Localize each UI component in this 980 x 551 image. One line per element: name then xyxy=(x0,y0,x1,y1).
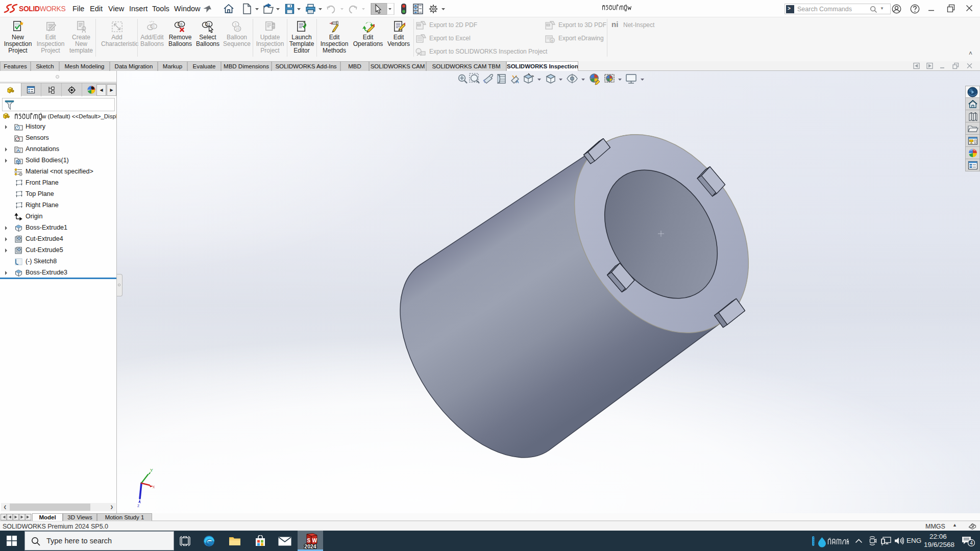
svg-text:W: W xyxy=(312,538,317,543)
svg-text:A: A xyxy=(516,79,519,84)
svg-text:x: x xyxy=(153,484,155,489)
svg-text:111: 111 xyxy=(177,22,183,27)
svg-text:e: e xyxy=(551,39,553,42)
svg-text:S: S xyxy=(307,538,311,543)
svg-text:111: 111 xyxy=(149,24,154,28)
svg-text:2024: 2024 xyxy=(304,543,316,549)
svg-text:1: 1 xyxy=(234,22,236,26)
svg-text:4: 4 xyxy=(970,540,973,546)
svg-text:23: 23 xyxy=(235,27,239,31)
svg-text:A: A xyxy=(16,148,19,153)
svg-text:SOLIDWORKS: SOLIDWORKS xyxy=(19,5,65,13)
svg-text:Y: Y xyxy=(150,468,153,473)
svg-text:z: z xyxy=(137,503,139,508)
